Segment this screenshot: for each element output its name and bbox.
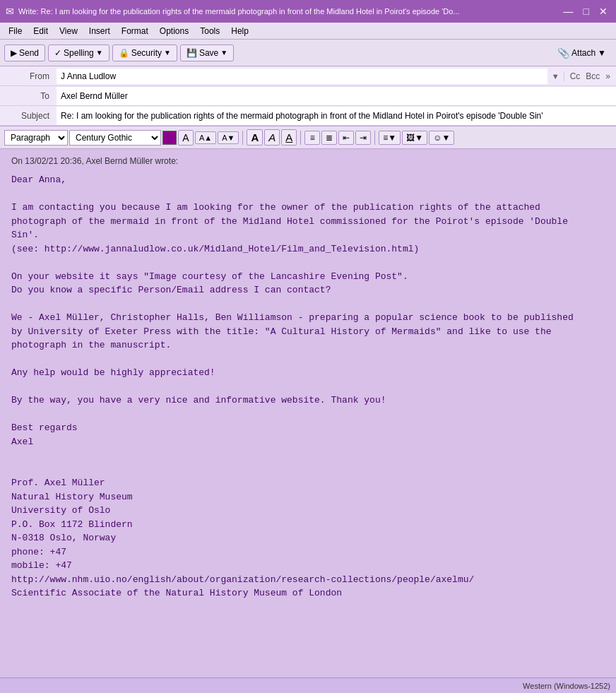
from-row: From ▼ Cc Bcc » [0, 66, 616, 86]
unordered-list-button[interactable]: ≡ [304, 131, 320, 145]
save-label: Save [199, 48, 218, 58]
font-color-box[interactable] [162, 131, 177, 145]
subject-label: Subject [0, 111, 57, 121]
fmt-sep-3 [374, 131, 375, 145]
formatting-toolbar: Paragraph Century Gothic A A▲ A▼ A A A ≡… [0, 126, 616, 149]
security-button[interactable]: 🔒 Security ▼ [112, 45, 177, 61]
security-label: Security [131, 48, 162, 58]
paperclip-icon: 📎 [557, 47, 569, 59]
header-fields: From ▼ Cc Bcc » To Subject [0, 66, 616, 126]
menu-edit[interactable]: Edit [28, 25, 54, 37]
cc-bcc-area: Cc Bcc » [564, 71, 616, 81]
encoding-label: Western (Windows-1252) [523, 682, 610, 690]
minimize-button[interactable]: — [561, 6, 576, 17]
save-icon: 💾 [186, 48, 197, 58]
lock-icon: 🔒 [119, 48, 129, 58]
menu-options[interactable]: Options [154, 25, 194, 37]
titlebar: ✉ Write: Re: I am looking for the public… [0, 0, 616, 23]
to-input[interactable] [57, 87, 616, 105]
to-label: To [0, 91, 57, 101]
maximize-button[interactable]: □ [581, 6, 592, 17]
window-controls: — □ ✕ [561, 6, 610, 17]
attach-button[interactable]: 📎 Attach ▼ [552, 45, 612, 61]
menu-insert[interactable]: Insert [83, 25, 116, 37]
to-row: To [0, 86, 616, 106]
bcc-button[interactable]: Bcc [586, 71, 600, 81]
window-title: Write: Re: I am looking for the publicat… [18, 7, 555, 16]
email-content[interactable]: Dear Anna, I am contacting you because I… [11, 173, 605, 600]
spelling-button[interactable]: ✓ Spelling ▼ [48, 45, 109, 61]
attach-label: Attach [571, 48, 596, 58]
spelling-dropdown-arrow[interactable]: ▼ [96, 49, 103, 57]
emoji-button[interactable]: ☺▼ [429, 131, 454, 145]
underline-button[interactable]: A [281, 129, 297, 146]
fmt-sep-2 [300, 131, 301, 145]
close-button[interactable]: ✕ [596, 6, 610, 17]
from-dropdown-arrow[interactable]: ▼ [547, 72, 564, 81]
send-icon: ▶ [11, 48, 17, 58]
paragraph-select[interactable]: Paragraph [4, 130, 68, 146]
font-select[interactable]: Century Gothic [69, 130, 161, 146]
attach-dropdown-arrow[interactable]: ▼ [598, 48, 606, 58]
italic-button[interactable]: A [264, 129, 280, 146]
align-button[interactable]: ≡▼ [379, 131, 401, 145]
from-label: From [0, 71, 57, 81]
insert-image-button[interactable]: 🖼▼ [402, 131, 427, 145]
security-dropdown-arrow[interactable]: ▼ [164, 49, 171, 57]
font-size-up-button[interactable]: A▲ [195, 131, 216, 144]
menu-view[interactable]: View [54, 25, 83, 37]
menu-format[interactable]: Format [116, 25, 154, 37]
save-button[interactable]: 💾 Save ▼ [180, 45, 234, 61]
app-icon: ✉ [6, 6, 14, 17]
save-dropdown-arrow[interactable]: ▼ [220, 49, 227, 57]
subject-input[interactable] [57, 107, 616, 125]
send-label: Send [19, 48, 39, 58]
bold-button[interactable]: A [247, 129, 263, 146]
outdent-button[interactable]: ⇤ [338, 131, 354, 145]
subject-row: Subject [0, 106, 616, 126]
toolbar: ▶ Send ✓ Spelling ▼ 🔒 Security ▼ 💾 Save … [0, 40, 616, 66]
email-meta: On 13/02/21 20:36, Axel Bernd Müller wro… [11, 156, 605, 166]
spelling-label: Spelling [64, 48, 94, 58]
font-size-larger-button[interactable]: A [178, 130, 194, 146]
ordered-list-button[interactable]: ≣ [321, 131, 337, 145]
menubar: File Edit View Insert Format Options Too… [0, 23, 616, 40]
email-body: On 13/02/21 20:36, Axel Bernd Müller wro… [0, 149, 616, 678]
menu-help[interactable]: Help [225, 25, 254, 37]
cc-button[interactable]: Cc [570, 71, 581, 81]
from-input-wrap: ▼ [57, 69, 564, 84]
statusbar: Western (Windows-1252) [0, 677, 616, 693]
indent-button[interactable]: ⇥ [355, 131, 371, 145]
more-button[interactable]: » [605, 71, 610, 81]
send-button[interactable]: ▶ Send [4, 45, 45, 61]
menu-tools[interactable]: Tools [194, 25, 225, 37]
menu-file[interactable]: File [3, 25, 28, 37]
from-input[interactable] [57, 69, 547, 84]
fmt-sep-1 [242, 131, 243, 145]
font-size-down-button[interactable]: A▼ [218, 131, 239, 144]
spelling-icon: ✓ [54, 48, 61, 58]
